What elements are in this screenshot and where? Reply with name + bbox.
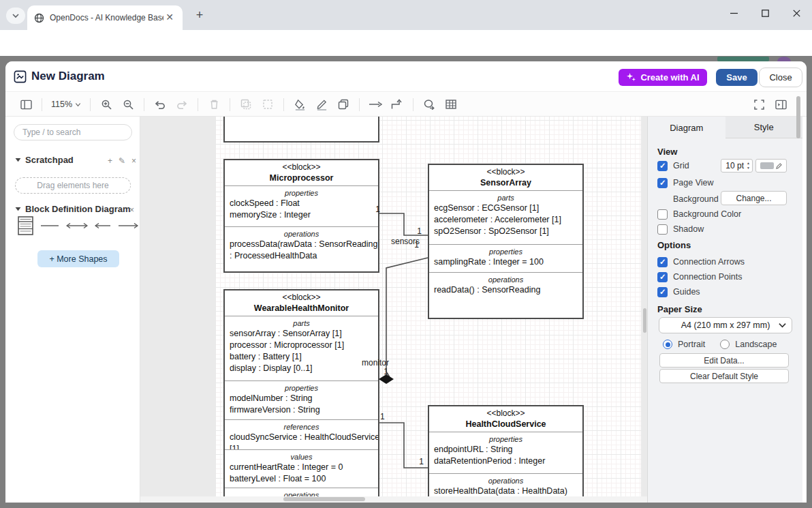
block-title: <<block>>SensorArray: [429, 165, 582, 190]
block-member: sensorArray : SensorArray [1]: [225, 328, 378, 340]
paper-size-select[interactable]: A4 (210 mm x 297 mm): [659, 317, 792, 333]
block-member: battery : Battery [1]: [225, 351, 378, 363]
page-view-checkbox[interactable]: [657, 178, 668, 188]
scratchpad-edit-icon[interactable]: ✎: [119, 156, 125, 166]
grid-color-picker[interactable]: [755, 159, 787, 173]
fullscreen-icon[interactable]: [750, 96, 768, 114]
uml-block-unnamed[interactable]: [223, 117, 379, 143]
block-member: modelNumber : String: [225, 393, 378, 404]
dimmed-background-button: [717, 57, 769, 61]
grid-size-input[interactable]: 10 pt ▲▼: [721, 159, 753, 173]
elbow-connector-icon[interactable]: [388, 95, 406, 113]
block-member: cloudSyncService : HealthCloudService: [225, 432, 378, 443]
guides-checkbox[interactable]: [657, 287, 668, 297]
landscape-radio[interactable]: [720, 340, 730, 349]
search-input[interactable]: [14, 124, 132, 140]
scratchpad-close-icon[interactable]: ×: [131, 156, 136, 166]
window-close-button[interactable]: [781, 0, 812, 26]
browser-tab[interactable]: OpenDocs - AI Knowledge Base ✕: [27, 5, 183, 30]
scratchpad-add-icon[interactable]: +: [108, 156, 112, 166]
tab-close-icon[interactable]: ✕: [163, 12, 176, 24]
uml-block-microprocessor[interactable]: <<block>>MicroprocessorpropertiesclockSp…: [223, 159, 379, 273]
more-shapes-button[interactable]: + More Shapes: [37, 250, 119, 267]
dialog-scrollbar[interactable]: [796, 96, 800, 138]
options-heading: Options: [657, 240, 691, 250]
line-color-icon[interactable]: [313, 95, 330, 113]
toggle-right-panel-icon[interactable]: [772, 96, 790, 114]
uml-block-healthcloudservice[interactable]: <<block>>HealthCloudServicepropertiesend…: [428, 405, 584, 503]
zoom-out-icon[interactable]: [119, 95, 137, 113]
block-stereotype: <<block>>: [225, 293, 378, 303]
copy-style-icon[interactable]: [334, 95, 352, 113]
grid-checkbox[interactable]: [657, 161, 668, 171]
uml-block-sensorarray[interactable]: <<block>>SensorArraypartsecgSensor : ECG…: [428, 164, 584, 319]
scratchpad-dropzone[interactable]: Drag elements here: [15, 177, 131, 194]
block-title: <<block>>HealthCloudService: [429, 406, 582, 432]
shape-convert-icon[interactable]: [420, 95, 438, 113]
save-button[interactable]: Save: [716, 69, 758, 86]
compartment-label: operations: [225, 227, 378, 239]
create-with-ai-button[interactable]: Create with AI: [619, 69, 707, 86]
portrait-radio[interactable]: [663, 340, 672, 349]
uml-block-wearablehealthmonitor[interactable]: <<block>>WearableHealthMonitorpartssenso…: [223, 289, 379, 503]
shadow-checkbox[interactable]: [657, 224, 668, 235]
undo-icon[interactable]: [151, 95, 169, 113]
background-change-button[interactable]: Change...: [721, 191, 787, 205]
delete-icon[interactable]: [205, 95, 223, 113]
connection-points-checkbox[interactable]: [657, 272, 668, 282]
fill-color-icon[interactable]: [291, 95, 309, 113]
double-arrow-tool[interactable]: [66, 222, 88, 229]
chevron-down-icon: [779, 323, 786, 328]
save-label: Save: [726, 72, 747, 83]
connection-arrows-checkbox[interactable]: [657, 257, 668, 267]
diagram-canvas[interactable]: <<block>>MicroprocessorpropertiesclockSp…: [140, 117, 647, 503]
canvas-horizontal-scrollbar[interactable]: [283, 497, 365, 501]
block-member: storeHealthData(data : HealthData): [429, 485, 582, 497]
window-minimize-button[interactable]: [718, 0, 749, 26]
block-member: dataRetentionPeriod : Integer: [429, 455, 582, 467]
palette-section-header[interactable]: Block Definition Diagram: [15, 204, 131, 214]
browser-tab-strip: OpenDocs - AI Knowledge Base ✕ +: [0, 0, 812, 30]
canvas-vertical-scrollbar[interactable]: [643, 308, 646, 333]
canvas-horizontal-scrollbar-track[interactable]: [140, 496, 647, 503]
toggle-left-panel-icon[interactable]: [17, 95, 35, 113]
zoom-in-icon[interactable]: [97, 95, 115, 113]
arrow-left-tool[interactable]: [95, 222, 111, 229]
block-stereotype: <<block>>: [429, 167, 582, 177]
scratchpad-title: Scratchpad: [25, 155, 74, 165]
properties-panel: Diagram Style View Grid 10 pt ▲▼ Page Vi…: [647, 117, 802, 503]
spinner-arrows-icon[interactable]: ▲▼: [747, 161, 750, 170]
background-color-checkbox[interactable]: [657, 209, 668, 220]
arrow-right-tool[interactable]: [118, 222, 138, 229]
block-shape-tool[interactable]: [18, 216, 33, 235]
chevron-down-icon: [75, 102, 81, 108]
clear-default-style-button[interactable]: Clear Default Style: [659, 369, 789, 383]
close-button[interactable]: Close: [759, 68, 802, 87]
tab-search-button[interactable]: [6, 8, 25, 24]
block-member: firmwareVersion : String: [225, 404, 378, 416]
compartment-label: values: [225, 450, 378, 462]
line-tool[interactable]: [40, 222, 59, 229]
selection-icon[interactable]: [259, 95, 277, 113]
diagram-editor-dialog: New Diagram Create with AI Save Close 11…: [5, 61, 807, 503]
tab-diagram[interactable]: Diagram: [648, 117, 725, 138]
zoom-level-value: 115%: [51, 100, 72, 109]
block-compartment-operations: operationsreadData() : SensorReading: [429, 272, 582, 319]
zoom-level-dropdown[interactable]: 115%: [51, 100, 81, 109]
page-title: New Diagram: [31, 70, 105, 83]
edit-data-button[interactable]: Edit Data...: [659, 353, 789, 368]
new-tab-button[interactable]: +: [192, 8, 207, 23]
sparkles-icon: [626, 72, 636, 83]
scratchpad-section-header[interactable]: Scratchpad: [15, 155, 74, 165]
block-name: Microprocessor: [225, 173, 378, 183]
guides-label: Guides: [673, 287, 700, 297]
window-maximize-button[interactable]: [749, 0, 781, 26]
duplicate-icon[interactable]: [237, 95, 255, 113]
palette-close-icon[interactable]: ×: [129, 205, 134, 215]
block-name: WearableHealthMonitor: [225, 303, 378, 314]
redo-icon[interactable]: [173, 95, 191, 113]
shadow-label: Shadow: [673, 224, 704, 234]
table-icon[interactable]: [442, 95, 460, 113]
straight-connector-icon[interactable]: [366, 95, 384, 113]
tab-style[interactable]: Style: [725, 117, 803, 138]
